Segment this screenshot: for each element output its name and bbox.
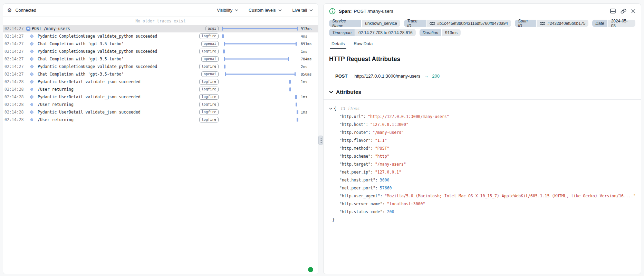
duration-bar-track — [222, 78, 298, 86]
custom-levels-dropdown[interactable]: Custom levels — [243, 4, 287, 17]
trace-row[interactable]: 02:14:27 Chat Completion with 'gpt-3.5-t… — [3, 55, 318, 63]
custom-levels-label: Custom levels — [249, 8, 276, 13]
duration-bar — [222, 34, 224, 38]
trace-row[interactable]: 02:14:28 Pydantic UserDetail validate_js… — [3, 78, 318, 86]
http-request-summary: POST http://127.0.0.1:3000/many-users → … — [329, 73, 635, 79]
trace-label: Pydantic UserDetail validate_json succee… — [38, 95, 199, 99]
trace-label: /User returning — [38, 102, 199, 107]
trace-label: Chat Completion with 'gpt-3.5-turbo' — [38, 72, 201, 77]
duration-text: 1ms — [301, 80, 315, 84]
attribute-key: "http.server_name": — [339, 201, 385, 206]
trace-label: /User returning — [38, 117, 199, 122]
collapse-span-icon — [26, 27, 30, 31]
trace-timestamp: 02:14:28 — [4, 102, 25, 107]
attribute-row: "net.peer.port": 57660 — [329, 184, 635, 192]
trace-timestamp: 02:14:28 — [4, 117, 25, 122]
attribute-row: "http.scheme": "http" — [329, 152, 635, 160]
http-status-code: 200 — [432, 73, 440, 79]
trace-row[interactable]: 02:14:28 /User returning logfire — [3, 86, 318, 93]
meta-badge-duration: Duration 913ms — [420, 29, 461, 36]
attribute-row: "http.target": "/many-users" — [329, 160, 635, 168]
duration-bar — [297, 110, 298, 114]
status-arrow-icon: → — [424, 73, 429, 79]
scope-badge: logfire — [199, 64, 219, 70]
duration-text: 1ms — [301, 95, 315, 99]
attribute-row: "net.host.port": 3000 — [329, 176, 635, 184]
duration-bar-track — [222, 25, 298, 32]
scope-badge: openai — [201, 41, 219, 47]
duration-bar-track — [222, 86, 298, 93]
attribute-value: 200 — [387, 209, 394, 214]
panel-resize-handle[interactable] — [318, 136, 323, 145]
copy-link-icon[interactable] — [621, 9, 626, 14]
section-divider — [324, 67, 641, 67]
attribute-value: "127.0.0.1:3000" — [370, 122, 408, 127]
scope-badge: openai — [201, 71, 219, 77]
settings-gear-icon[interactable]: ⚙ — [7, 8, 12, 13]
trace-label: Pydantic CompletionUsage validate_python… — [38, 64, 199, 69]
attributes-json-view: { 13 items "http.url": "http://127.0.0.1… — [329, 105, 635, 224]
trace-timestamp: 02:14:27 — [4, 49, 25, 54]
duration-bar — [289, 80, 291, 84]
visibility-dropdown[interactable]: Visibility — [212, 4, 243, 17]
trace-timestamp: 02:14:28 — [4, 79, 25, 84]
meta-badge-trace-id: Trace ID #b1c445ef3b0b43116df5760ffb470a… — [404, 20, 511, 27]
attribute-value: 3000 — [380, 178, 390, 183]
trace-label: POST /many-users — [32, 26, 205, 31]
trace-row[interactable]: 02:14:27 POST /many-users asgi 913ms — [3, 25, 318, 32]
attributes-section-toggle[interactable]: Attributes — [329, 89, 635, 95]
span-kind-label: Span: — [339, 9, 352, 14]
trace-row[interactable]: 02:14:28 /User returning logfire — [3, 116, 318, 124]
trace-row[interactable]: 02:14:28 Pydantic UserDetail validate_js… — [3, 108, 318, 116]
duration-bar-track — [222, 101, 298, 108]
attribute-row: "http.route": "/many-users" — [329, 128, 635, 136]
attribute-row: "net.peer.ip": "127.0.0.1" — [329, 168, 635, 176]
meta-badge-span-id: Span ID #2432d40ef5b0b175 — [515, 20, 588, 27]
tab-raw-data[interactable]: Raw Data — [353, 41, 373, 47]
tab-details[interactable]: Details — [331, 41, 345, 47]
attribute-key: "http.scheme": — [339, 154, 373, 159]
attribute-row: "http.method": "POST" — [329, 144, 635, 152]
trace-timestamp: 02:14:27 — [4, 26, 25, 31]
trace-row[interactable]: 02:14:27 Chat Completion with 'gpt-3.5-t… — [3, 40, 318, 48]
attribute-value: "Mozilla/5.0 (Macintosh; Intel Mac OS X … — [385, 194, 636, 198]
attribute-key: "http.user_agent": — [339, 194, 383, 198]
trace-timestamp: 02:14:27 — [4, 72, 25, 77]
badge-label: Service Name — [329, 20, 361, 27]
span-diamond-icon — [30, 110, 33, 114]
span-diamond-icon — [30, 95, 33, 99]
span-details-header: Span: POST /many-users — [324, 4, 641, 18]
duration-bar — [224, 57, 289, 61]
trace-row[interactable]: 02:14:27 Pydantic CompletionUsage valida… — [3, 63, 318, 70]
json-root-toggle[interactable]: { 13 items — [329, 105, 635, 112]
attribute-row: "http.host": "127.0.0.1:3000" — [329, 120, 635, 128]
meta-badge-service-name: Service Name unknown_service — [329, 20, 400, 27]
trace-row[interactable]: 02:14:27 Chat Completion with 'gpt-3.5-t… — [3, 70, 318, 78]
link-icon[interactable] — [430, 22, 435, 25]
meta-badge-time-span: Time span 02:14:27.703 to 02:14:28.616 — [329, 29, 416, 36]
trace-row[interactable]: 02:14:27 Pydantic CompletionUsage valida… — [3, 32, 318, 40]
attribute-key: "http.method": — [339, 146, 373, 151]
attribute-value: "http://127.0.0.1:3000/many-users" — [368, 114, 449, 119]
link-icon[interactable] — [540, 22, 545, 25]
trace-row[interactable]: 02:14:28 Pydantic UserDetail validate_js… — [3, 93, 318, 101]
log-circle-icon — [30, 88, 33, 91]
duration-bar-track — [222, 32, 298, 40]
close-icon[interactable] — [631, 9, 635, 13]
span-diamond-icon — [30, 65, 33, 68]
trace-row[interactable]: 02:14:27 Pydantic CompletionUsage valida… — [3, 48, 318, 55]
attribute-key: "http.route": — [339, 130, 371, 135]
live-tail-dropdown[interactable]: Live tail — [287, 4, 318, 17]
scope-badge: logfire — [199, 33, 219, 39]
scope-badge: logfire — [199, 94, 219, 100]
duration-bar — [222, 27, 298, 31]
chevron-down-icon — [278, 9, 282, 11]
badge-value: 913ms — [442, 29, 461, 36]
meta-badge-date: Date 2024-05-03 — [592, 20, 635, 27]
duration-bar-track — [222, 70, 298, 78]
dock-panel-icon[interactable] — [610, 9, 616, 13]
attribute-row: "http.server_name": "localhost:3000" — [329, 200, 635, 208]
trace-row[interactable]: 02:14:28 /User returning logfire — [3, 101, 318, 108]
log-circle-icon — [30, 118, 33, 121]
trace-timestamp: 02:14:27 — [4, 64, 25, 69]
